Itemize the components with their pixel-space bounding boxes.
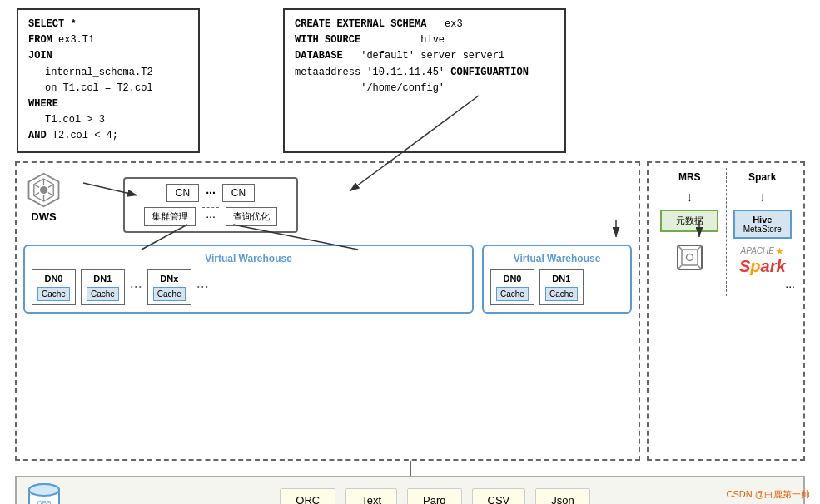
hive-label: Hive: [740, 215, 785, 225]
spark-logo-wrapper: APACHE ★ Spark: [730, 245, 796, 276]
vw1-dn1: DN1 Cache: [81, 269, 125, 305]
vw1-title: Virtual Warehouse: [32, 253, 465, 264]
footer-label: CSDN @白鹿第一帅: [727, 488, 810, 501]
connector-section: [15, 461, 805, 476]
metastore-label: MetaStore: [740, 225, 785, 234]
cn-cluster: CN ··· CN 集群管理 ··· 查询优化: [123, 177, 298, 233]
format-orc: ORC: [280, 488, 335, 504]
data-icon-wrapper: [657, 239, 723, 279]
storage-barrel-icon: OBS: [23, 480, 65, 505]
top-section: SELECT * FROM ex3.T1 JOIN internal_schem…: [8, 8, 812, 153]
cn-box-2: CN: [222, 184, 255, 202]
cn-box-1: CN: [166, 184, 199, 202]
cluster-mgmt-box: 集群管理: [144, 207, 196, 226]
dws-logo: DWS: [25, 171, 62, 223]
vw1-dnx: DNx Cache: [147, 269, 191, 305]
more-dots: ···: [730, 279, 796, 293]
format-text: Text: [345, 488, 397, 504]
dws-icon: [25, 171, 62, 209]
vw2-title: Virtual Warehouse: [490, 253, 624, 264]
dws-container: DWS CN ··· CN 集群管理 ··· 查询优化: [15, 161, 640, 461]
vw2-dn0: DN0 Cache: [490, 269, 534, 305]
cn-row1: CN ··· CN: [133, 184, 288, 202]
sql-box-left: SELECT * FROM ex3.T1 JOIN internal_schem…: [17, 8, 200, 153]
format-json: Json: [535, 488, 589, 504]
spark-arrow: ↓: [730, 190, 796, 205]
cn-dots2: ···: [202, 207, 219, 225]
main-container: SELECT * FROM ex3.T1 JOIN internal_schem…: [0, 0, 820, 504]
svg-point-2: [40, 186, 47, 194]
mrs-arrow: ↓: [657, 190, 723, 205]
sql-box-right: CREATE EXTERNAL SCHEMA ex3 WITH SOURCE h…: [283, 8, 566, 153]
mrs-section: MRS ↓ 元数据: [654, 168, 726, 296]
vw2-dn1: DN1 Cache: [539, 269, 584, 305]
hive-metastore-box: Hive MetaStore: [733, 210, 792, 239]
svg-line-7: [48, 184, 53, 187]
svg-line-6: [48, 192, 53, 195]
query-opt-box: 查询优化: [226, 207, 277, 226]
cn-cluster-wrapper: CN ··· CN 集群管理 ··· 查询优化: [123, 177, 632, 233]
right-container: MRS ↓ 元数据: [647, 161, 805, 461]
mrs-title: MRS: [657, 171, 723, 183]
spark-text: Spark: [730, 257, 796, 276]
virtual-warehouse-2: Virtual Warehouse DN0 Cache DN1 Cache: [482, 245, 632, 314]
storage-formats: ORC Text Parq CSV Json: [73, 488, 797, 504]
spark-logo: APACHE ★: [730, 245, 796, 257]
format-csv: CSV: [472, 488, 526, 504]
storage-section: OBS ORC Text Parq CSV Json: [15, 476, 805, 505]
cn-row2: 集群管理 ··· 查询优化: [133, 207, 288, 226]
svg-line-5: [34, 184, 39, 187]
svg-point-15: [686, 254, 693, 260]
dws-label: DWS: [31, 210, 56, 223]
spark-section: Spark ↓ Hive MetaStore APACHE ★ Spark: [726, 168, 799, 296]
svg-rect-10: [682, 250, 698, 265]
spark-title: Spark: [730, 171, 796, 183]
diagram-area: DWS CN ··· CN 集群管理 ··· 查询优化: [8, 161, 812, 461]
virtual-warehouse-1: Virtual Warehouse DN0 Cache DN1 Cache ··…: [23, 245, 474, 314]
vw2-dn-row: DN0 Cache DN1 Cache: [490, 269, 624, 305]
metadata-box: 元数据: [660, 210, 718, 232]
vw-section: Virtual Warehouse DN0 Cache DN1 Cache ··…: [23, 245, 632, 314]
vw1-dn-dots: ···: [130, 269, 142, 295]
svg-point-19: [29, 484, 59, 496]
vw1-dn-row: DN0 Cache DN1 Cache ··· DNx Cache ···: [32, 269, 465, 305]
right-sections: MRS ↓ 元数据: [654, 168, 798, 296]
format-parq: Parq: [407, 488, 461, 504]
vw1-dn0: DN0 Cache: [32, 269, 76, 305]
vw1-dn-dots2: ···: [196, 269, 209, 295]
cn-dots: ···: [206, 186, 216, 200]
data-cube-icon: [671, 239, 708, 276]
svg-text:OBS: OBS: [37, 499, 52, 505]
vertical-connector: [410, 461, 411, 476]
svg-line-8: [34, 192, 39, 195]
